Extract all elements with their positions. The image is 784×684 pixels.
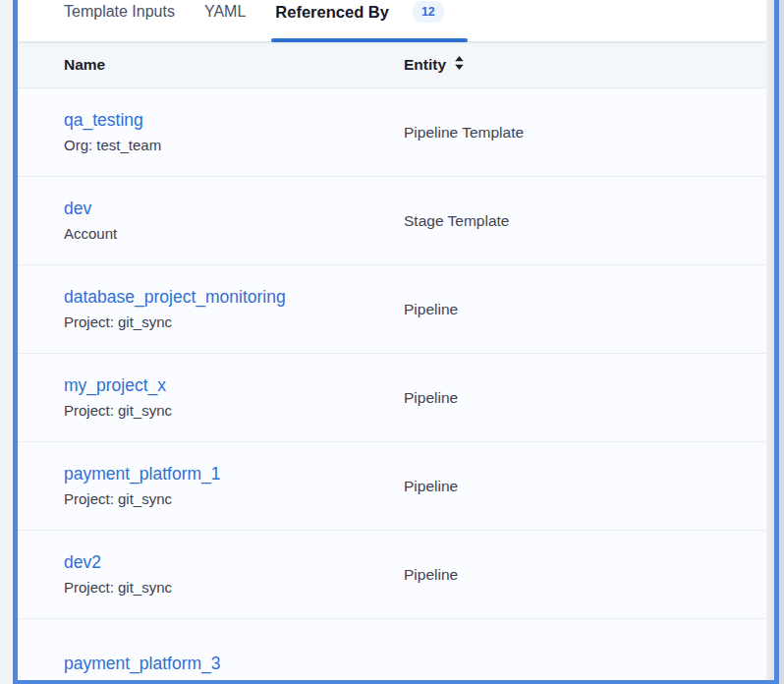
tab-template-inputs[interactable]: Template Inputs bbox=[64, 0, 175, 43]
row-name-link[interactable]: dev bbox=[64, 199, 91, 218]
row-scope-label: Project: git_sync bbox=[64, 579, 404, 597]
row-entity-value: Pipeline Template bbox=[404, 88, 766, 176]
tab-yaml[interactable]: YAML bbox=[204, 0, 246, 43]
scrollbar-track[interactable] bbox=[766, 0, 774, 684]
table-row: devAccountStage Template bbox=[18, 177, 766, 265]
tab-referenced-by-label: Referenced By bbox=[275, 2, 389, 22]
page-left-margin bbox=[0, 0, 13, 684]
referenced-by-count-badge: 12 bbox=[413, 1, 444, 23]
row-name-cell: devAccount bbox=[18, 177, 404, 264]
row-entity-value: Stage Template bbox=[404, 177, 766, 264]
row-entity-value bbox=[404, 619, 766, 684]
row-name-link[interactable]: dev2 bbox=[64, 552, 101, 572]
row-name-cell: dev2Project: git_sync bbox=[18, 531, 404, 618]
table-row: payment_platform_1Project: git_syncPipel… bbox=[18, 442, 766, 531]
table-row: my_project_xProject: git_syncPipeline bbox=[18, 354, 766, 442]
table-row: database_project_monitoringProject: git_… bbox=[18, 265, 766, 354]
row-name-cell: my_project_xProject: git_sync bbox=[18, 354, 404, 441]
row-entity-value: Pipeline bbox=[404, 354, 766, 441]
tab-referenced-by[interactable]: Referenced By 12 bbox=[275, 0, 443, 43]
row-name-cell: payment_platform_3 bbox=[18, 619, 404, 684]
row-entity-value: Pipeline bbox=[404, 265, 766, 353]
row-name-cell: payment_platform_1Project: git_sync bbox=[18, 442, 404, 530]
column-header-name: Name bbox=[18, 56, 404, 74]
row-scope-label: Account bbox=[64, 225, 404, 243]
panel-border-bottom bbox=[13, 680, 779, 684]
row-scope-label: Project: git_sync bbox=[64, 314, 404, 331]
row-scope-label: Project: git_sync bbox=[64, 490, 404, 508]
table-row: qa_testingOrg: test_teamPipeline Templat… bbox=[18, 88, 766, 177]
column-header-entity[interactable]: Entity bbox=[404, 55, 766, 75]
table-body: qa_testingOrg: test_teamPipeline Templat… bbox=[18, 88, 766, 684]
column-header-entity-label: Entity bbox=[404, 56, 446, 74]
row-entity-value: Pipeline bbox=[404, 442, 766, 530]
panel-content: Template Inputs YAML Referenced By 12 Na… bbox=[18, 0, 766, 684]
referenced-by-panel: Template Inputs YAML Referenced By 12 Na… bbox=[0, 0, 784, 684]
row-scope-label: Org: test_team bbox=[64, 137, 404, 154]
row-name-link[interactable]: database_project_monitoring bbox=[64, 287, 286, 307]
page-right-margin bbox=[779, 0, 784, 684]
row-name-link[interactable]: my_project_x bbox=[64, 375, 166, 395]
row-name-cell: qa_testingOrg: test_team bbox=[18, 88, 404, 176]
sort-arrows-icon bbox=[454, 55, 465, 75]
table-header: Name Entity bbox=[18, 41, 766, 88]
table-row: payment_platform_3 bbox=[18, 619, 766, 684]
panel-border-right bbox=[774, 0, 779, 684]
row-name-link[interactable]: payment_platform_1 bbox=[64, 464, 221, 484]
panel-border-left bbox=[13, 0, 18, 684]
row-entity-value: Pipeline bbox=[404, 531, 766, 618]
table-row: dev2Project: git_syncPipeline bbox=[18, 531, 766, 619]
tab-bar: Template Inputs YAML Referenced By 12 bbox=[18, 0, 766, 41]
row-name-link[interactable]: payment_platform_3 bbox=[64, 654, 221, 673]
row-name-cell: database_project_monitoringProject: git_… bbox=[18, 265, 404, 353]
row-name-link[interactable]: qa_testing bbox=[64, 110, 143, 130]
row-scope-label: Project: git_sync bbox=[64, 402, 404, 420]
